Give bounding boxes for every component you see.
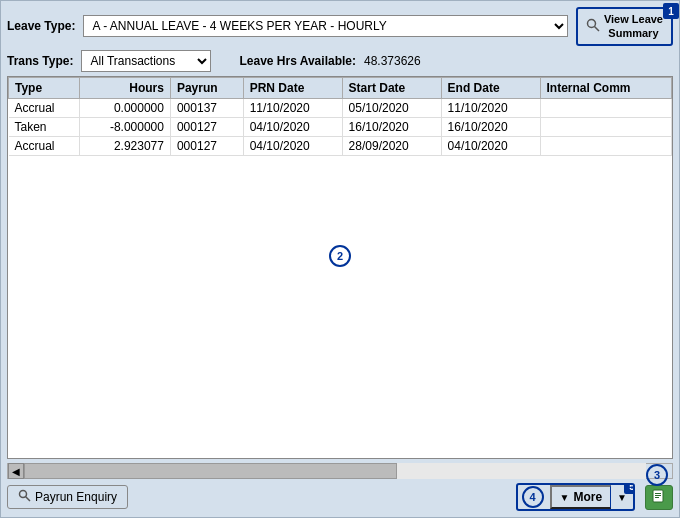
svg-line-1 <box>594 27 599 32</box>
table-cell: Accrual <box>9 98 80 117</box>
search-icon <box>586 18 600 34</box>
table-cell: Accrual <box>9 136 80 155</box>
table-cell: 16/10/2020 <box>441 117 540 136</box>
svg-rect-6 <box>655 495 661 496</box>
scroll-track[interactable] <box>24 463 646 479</box>
col-end-date: End Date <box>441 77 540 98</box>
payrun-enquiry-button[interactable]: Payrun Enquiry <box>7 485 128 509</box>
table-cell: 05/10/2020 <box>342 98 441 117</box>
leave-hrs-label: Leave Hrs Available: <box>239 54 356 68</box>
left-arrow-icon: ◀ <box>12 466 20 477</box>
col-prn-date: PRN Date <box>243 77 342 98</box>
table-cell: 04/10/2020 <box>243 117 342 136</box>
search-icon-small <box>18 489 31 505</box>
table-cell: 28/09/2020 <box>342 136 441 155</box>
table-cell: -8.000000 <box>80 117 171 136</box>
col-hours: Hours <box>80 77 171 98</box>
trans-type-label: Trans Type: <box>7 54 73 68</box>
table-cell <box>540 117 671 136</box>
bottom-scrollbar: ◀ 3 <box>7 463 673 479</box>
second-row: Trans Type: All Transactions Leave Hrs A… <box>7 50 673 72</box>
center-area: 2 <box>8 156 672 356</box>
table-container: Type Hours Payrun PRN Date Start Date En… <box>7 76 673 459</box>
col-internal-comm: Internal Comm <box>540 77 671 98</box>
svg-rect-5 <box>655 493 661 494</box>
table-row[interactable]: Taken-8.00000000012704/10/202016/10/2020… <box>9 117 672 136</box>
table-cell <box>540 98 671 117</box>
payrun-btn-label: Payrun Enquiry <box>35 490 117 504</box>
main-container: Leave Type: A - ANNUAL LEAVE - 4 WEEKS P… <box>0 0 680 518</box>
more-btn-label: More <box>573 490 602 504</box>
table-cell <box>540 136 671 155</box>
top-bar: Leave Type: A - ANNUAL LEAVE - 4 WEEKS P… <box>7 7 673 46</box>
table-cell: 11/10/2020 <box>243 98 342 117</box>
table-cell: 0.000000 <box>80 98 171 117</box>
svg-rect-7 <box>655 497 659 498</box>
col-type: Type <box>9 77 80 98</box>
trans-type-select[interactable]: All Transactions <box>81 50 211 72</box>
more-button[interactable]: ▼ More <box>550 485 612 509</box>
scrollbar-badge: 3 <box>646 464 668 486</box>
view-leave-badge: 1 <box>663 3 679 19</box>
bottom-bar: Payrun Enquiry 4 ▼ More ▼ 5 <box>7 483 673 511</box>
table-cell: 04/10/2020 <box>441 136 540 155</box>
table-cell: 000127 <box>170 136 243 155</box>
table-cell: 04/10/2020 <box>243 136 342 155</box>
leave-table: Type Hours Payrun PRN Date Start Date En… <box>8 77 672 156</box>
view-leave-btn-label: View LeaveSummary <box>604 12 663 41</box>
table-row[interactable]: Accrual0.00000000013711/10/202005/10/202… <box>9 98 672 117</box>
export-icon <box>652 489 666 506</box>
col-start-date: Start Date <box>342 77 441 98</box>
table-cell: 16/10/2020 <box>342 117 441 136</box>
corner-badge: 5 <box>624 483 635 494</box>
export-button[interactable] <box>645 485 673 510</box>
svg-point-0 <box>587 20 595 28</box>
table-cell: 000137 <box>170 98 243 117</box>
table-cell: 000127 <box>170 117 243 136</box>
table-cell: 2.923077 <box>80 136 171 155</box>
scroll-thumb[interactable] <box>24 463 397 479</box>
dropdown-icon: ▼ <box>560 492 570 503</box>
leave-hrs-value: 48.373626 <box>364 54 421 68</box>
scroll-left-btn[interactable]: ◀ <box>8 463 24 479</box>
table-cell: Taken <box>9 117 80 136</box>
table-row[interactable]: Accrual2.92307700012704/10/202028/09/202… <box>9 136 672 155</box>
table-header-row: Type Hours Payrun PRN Date Start Date En… <box>9 77 672 98</box>
svg-point-2 <box>20 491 27 498</box>
leave-type-label: Leave Type: <box>7 19 75 33</box>
leave-type-select[interactable]: A - ANNUAL LEAVE - 4 WEEKS PER YEAR - HO… <box>83 15 567 37</box>
view-leave-summary-button[interactable]: View LeaveSummary 1 <box>576 7 673 46</box>
center-badge: 2 <box>329 245 351 267</box>
right-badge: 4 <box>522 486 544 508</box>
more-area: 4 ▼ More ▼ 5 <box>516 483 635 511</box>
col-payrun: Payrun <box>170 77 243 98</box>
svg-line-3 <box>26 497 31 502</box>
table-cell: 11/10/2020 <box>441 98 540 117</box>
